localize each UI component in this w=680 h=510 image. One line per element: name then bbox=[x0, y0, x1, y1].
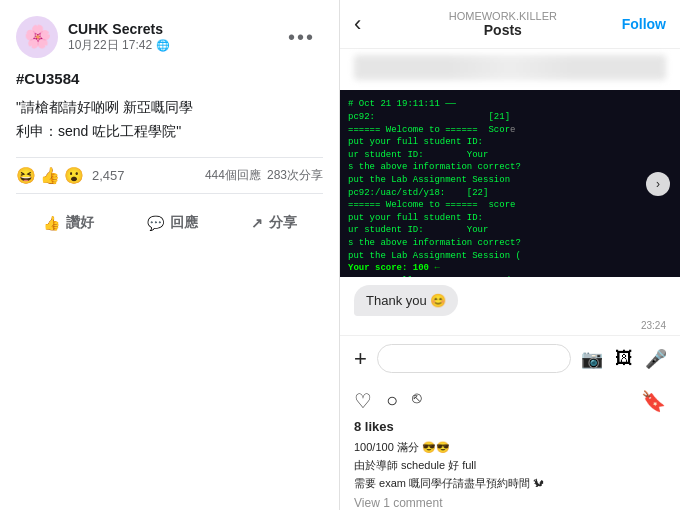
share-button[interactable]: ↗ 分享 bbox=[235, 206, 313, 240]
chat-icons: 📷 🖼 🎤 bbox=[581, 348, 667, 370]
heart-button[interactable]: ♡ bbox=[354, 389, 372, 413]
thumbs-up-icon: 👍 bbox=[43, 215, 60, 231]
profile-info-blurred bbox=[354, 55, 666, 80]
reactions-right: 444個回應 283次分享 bbox=[205, 167, 323, 184]
chat-input-row: + 📷 🖼 🎤 bbox=[340, 335, 680, 381]
post-content: #CU3584 "請槍都請好啲咧 新亞嘅同學 利申：send 咗比工程學院" bbox=[16, 68, 323, 143]
comment-count: 444個回應 bbox=[205, 167, 261, 184]
more-options-button[interactable]: ••• bbox=[280, 22, 323, 53]
share-icon: ↗ bbox=[251, 215, 263, 231]
facebook-post-panel: 🌸 CUHK Secrets 10月22日 17:42 🌐 ••• #CU358… bbox=[0, 0, 340, 510]
message-bubble: Thank you 😊 bbox=[354, 285, 458, 316]
like-reaction: 👍 bbox=[40, 166, 60, 185]
ig-actions-left: ♡ ○ ⎋ bbox=[354, 389, 422, 413]
laugh-reaction: 😆 bbox=[16, 166, 36, 185]
camera-icon[interactable]: 📷 bbox=[581, 348, 603, 370]
reaction-count: 2,457 bbox=[92, 168, 125, 183]
wow-reaction: 😮 bbox=[64, 166, 84, 185]
share-button[interactable]: ⎋ bbox=[412, 389, 422, 413]
post-author-name: CUHK Secrets bbox=[68, 21, 170, 37]
like-button[interactable]: 👍 讚好 bbox=[27, 206, 110, 240]
bookmark-button[interactable]: 🔖 bbox=[641, 389, 666, 413]
ig-header: ‹ HOMEWORK.KILLER Posts Follow bbox=[340, 0, 680, 49]
action-buttons: 👍 讚好 💬 回應 ↗ 分享 bbox=[16, 202, 323, 244]
back-button[interactable]: ‹ bbox=[354, 11, 384, 37]
add-content-button[interactable]: + bbox=[354, 346, 367, 372]
post-tag: #CU3584 bbox=[16, 68, 323, 91]
terminal-content: # Oct 21 19:11:11 —— pc92: [21] ====== W… bbox=[340, 90, 680, 277]
message-text: Thank you 😊 bbox=[366, 293, 446, 308]
instagram-panel: ‹ HOMEWORK.KILLER Posts Follow # Oct 21 … bbox=[340, 0, 680, 510]
comment-button[interactable]: ○ bbox=[386, 389, 398, 413]
ig-posts-label: Posts bbox=[449, 22, 557, 38]
ig-caption: 100/100 滿分 😎😎 由於導師 schedule 好 full 需要 ex… bbox=[340, 436, 680, 496]
share-count: 283次分享 bbox=[267, 167, 323, 184]
gallery-icon[interactable]: 🖼 bbox=[615, 348, 633, 369]
ig-header-center: HOMEWORK.KILLER Posts bbox=[449, 10, 557, 38]
reactions-left: 😆 👍 😮 2,457 bbox=[16, 166, 125, 185]
globe-icon: 🌐 bbox=[156, 39, 170, 52]
post-timestamp: 10月22日 17:42 🌐 bbox=[68, 37, 170, 54]
comment-button[interactable]: 💬 回應 bbox=[131, 206, 214, 240]
post-author-section: 🌸 CUHK Secrets 10月22日 17:42 🌐 bbox=[16, 16, 170, 58]
message-timestamp: 23:24 bbox=[340, 320, 680, 331]
ig-actions-row: ♡ ○ ⎋ 🔖 bbox=[340, 381, 680, 417]
caption-text: 100/100 滿分 😎😎 由於導師 schedule 好 full 需要 ex… bbox=[354, 441, 544, 489]
view-comments-link[interactable]: View 1 comment bbox=[340, 496, 680, 510]
likes-count: 8 likes bbox=[340, 417, 680, 436]
next-image-button[interactable]: › bbox=[646, 172, 670, 196]
post-header: 🌸 CUHK Secrets 10月22日 17:42 🌐 ••• bbox=[16, 16, 323, 58]
comment-icon: 💬 bbox=[147, 215, 164, 231]
ig-username: HOMEWORK.KILLER bbox=[449, 10, 557, 22]
post-meta: CUHK Secrets 10月22日 17:42 🌐 bbox=[68, 21, 170, 54]
avatar: 🌸 bbox=[16, 16, 58, 58]
reactions-bar: 😆 👍 😮 2,457 444個回應 283次分享 bbox=[16, 157, 323, 194]
mic-icon[interactable]: 🎤 bbox=[645, 348, 667, 370]
message-input[interactable] bbox=[377, 344, 571, 373]
follow-button[interactable]: Follow bbox=[622, 16, 666, 32]
post-text: "請槍都請好啲咧 新亞嘅同學 利申：send 咗比工程學院" bbox=[16, 99, 193, 139]
post-image: # Oct 21 19:11:11 —— pc92: [21] ====== W… bbox=[340, 90, 680, 277]
message-section: Thank you 😊 23:24 bbox=[340, 277, 680, 335]
